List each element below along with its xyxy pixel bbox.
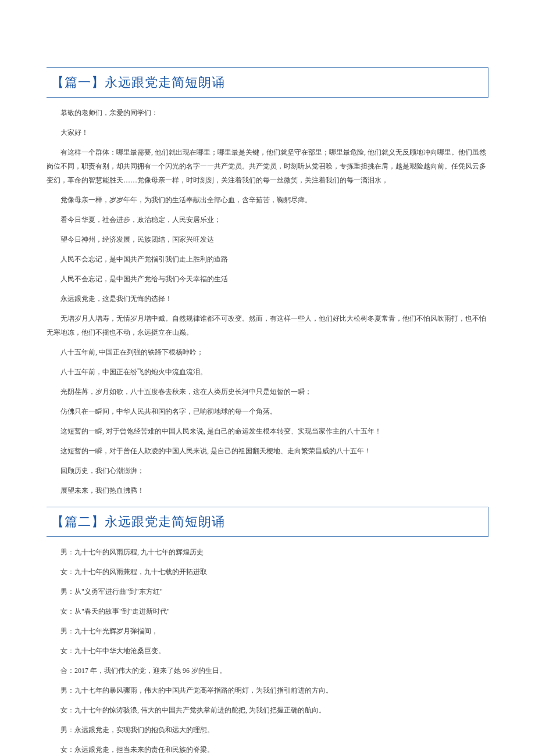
article-2-p4: 女：从"春天的故事"到"走进新时代" xyxy=(47,604,488,618)
article-1-p8: 人民不会忘记，是中国共产党给与我们今天幸福的生活 xyxy=(47,272,488,286)
article-1-p15: 这短暂的一瞬, 对于曾饱经苦难的中国人民来说, 是自己的命运发生根本转变、实现当… xyxy=(47,424,488,438)
article-1-p6: 望今日神州，经济发展，民族团结，国家兴旺发达 xyxy=(47,232,488,246)
article-2-p8: 男：九十七年的暴风骤雨，伟大的中国共产党高举指路的明灯，为我们指引前进的方向。 xyxy=(47,683,488,697)
article-1-p9: 永远跟党走，这是我们无悔的选择！ xyxy=(47,292,488,306)
article-1-p16: 这短暂的一瞬，对于曾任人欺凌的中国人民来说, 是自己的祖国翻天梗地、走向繁荣昌威… xyxy=(47,444,488,458)
article-1-p7: 人民不会忘记，是中国共产党指引我们走上胜利的道路 xyxy=(47,252,488,266)
article-1-p12: 八十五年前，中国正在纷飞的炮火中流血流泪。 xyxy=(47,365,488,379)
article-1-heading-box: 【篇一】永远跟党走简短朗诵 xyxy=(47,67,488,98)
article-1-p3: 有这样一个群体：哪里最需要, 他们就出现在哪里；哪里最是关键，他们就坚守在部里；… xyxy=(47,145,488,187)
article-2-p1: 男：九十七年的风雨历程, 九十七年的辉煌历史 xyxy=(47,545,488,559)
article-1-p18: 展望未来，我们热血沸腾！ xyxy=(47,483,488,497)
article-1-p2: 大家好！ xyxy=(47,126,488,139)
article-1-p10: 无增岁月人增寿，无情岁月增中臧。自然规律谁都不可改变。然而，有这样一些人，他们好… xyxy=(47,311,488,339)
article-2-heading: 【篇二】永远跟党走简短朗诵 xyxy=(51,514,225,529)
article-1-p11: 八十五年前, 中国正在列强的铁蹄下根杨呻吟； xyxy=(47,345,488,359)
article-2-heading-box: 【篇二】永远跟党走简短朗诵 xyxy=(47,507,488,537)
article-2-p9: 女：九十七年的惊涛骇浪, 伟大的中国共产党执掌前进的舵把, 为我们把握正确的航向… xyxy=(47,703,488,717)
article-2-p6: 女：九十七年中华大地沧桑巨变。 xyxy=(47,644,488,658)
article-1-p1: 慕敬的老师们，亲爱的同学们： xyxy=(47,106,488,120)
article-1: 【篇一】永远跟党走简短朗诵 慕敬的老师们，亲爱的同学们： 大家好！ 有这样一个群… xyxy=(47,67,488,497)
article-2-p10: 男：永远跟党走，实现我们的抱负和远大的理想。 xyxy=(47,723,488,737)
article-2-p11: 女：永远跟党走，担当未来的责任和民族的脊梁。 xyxy=(47,743,488,756)
article-2: 【篇二】永远跟党走简短朗诵 男：九十七年的风雨历程, 九十七年的辉煌历史 女：九… xyxy=(47,507,488,756)
article-2-p5: 男：九十七年光辉岁月弹指间， xyxy=(47,624,488,638)
article-1-p14: 仿佛只在一瞬间，中华人民共和国的名字，已响彻地球的每一个角落。 xyxy=(47,404,488,418)
article-1-p5: 看今日华夏，社会进步，政治稳定，人民安居乐业； xyxy=(47,213,488,227)
article-1-p17: 回顾历史，我们心潮澎湃； xyxy=(47,464,488,478)
article-2-p3: 男：从"义勇军进行曲"到"东方红" xyxy=(47,585,488,599)
article-1-p4: 党像母亲一样，岁岁年年，为我们的生活奉献出全部心血，含辛茹苦，鞠躬尽瘁。 xyxy=(47,193,488,207)
article-2-p7: 合：2017 年，我们伟大的党，迎来了她 96 岁的生日。 xyxy=(47,664,488,678)
article-1-heading: 【篇一】永远跟党走简短朗诵 xyxy=(51,75,225,89)
article-2-p2: 女：九十七年的风雨兼程，九十七载的开拓进取 xyxy=(47,565,488,579)
article-1-p13: 光阴荏苒，岁月如歌，八十五度春去秋来，这在人类历史长河中只是短暂的一瞬； xyxy=(47,385,488,399)
